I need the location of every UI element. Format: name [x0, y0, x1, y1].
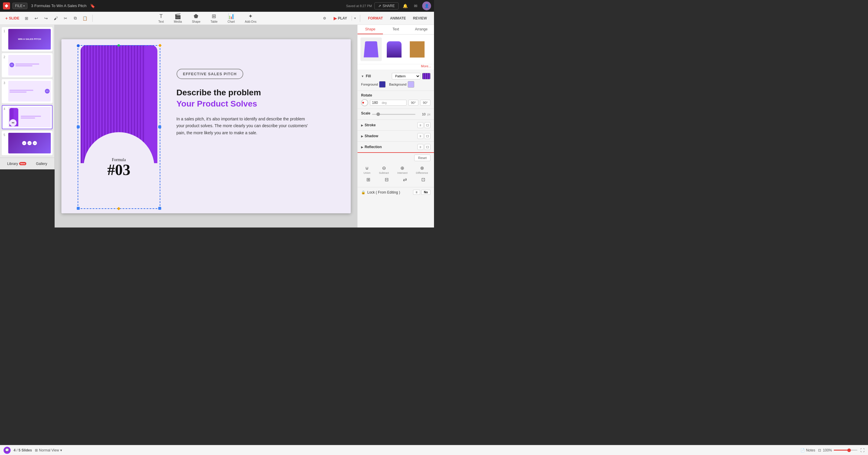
- more-link[interactable]: More...: [358, 64, 434, 70]
- gallery-button[interactable]: Gallery: [36, 162, 47, 166]
- shape-preview-1[interactable]: [361, 37, 382, 61]
- addons-tool[interactable]: ✦ Add-Ons: [242, 12, 259, 24]
- reflection-toggle[interactable]: □: [425, 144, 430, 150]
- chart-tool[interactable]: 📊 Chart: [225, 12, 237, 24]
- stroke-toggle[interactable]: □: [425, 122, 430, 128]
- undo-icon[interactable]: ↩: [32, 14, 41, 23]
- thumb3-line1: [9, 90, 33, 91]
- lock-toggle: ⏸ No: [413, 190, 430, 195]
- expand-button[interactable]: ⊡: [421, 177, 425, 182]
- media-tool[interactable]: 🎬 Media: [172, 12, 184, 24]
- addons-label: Add-Ons: [245, 20, 256, 23]
- slide-button[interactable]: + SLIDE: [4, 15, 21, 22]
- play-chevron-icon[interactable]: ▾: [354, 17, 356, 20]
- fill-type-select[interactable]: Pattern: [392, 73, 421, 79]
- stroke-chevron[interactable]: ▶: [361, 124, 364, 127]
- union-icon: ⊍: [365, 165, 369, 171]
- chart-icon: 📊: [228, 13, 235, 20]
- scale-thumb[interactable]: [376, 112, 380, 116]
- copy-icon[interactable]: ⧉: [71, 14, 80, 23]
- shape-preview-3[interactable]: [407, 37, 428, 61]
- ungroup-button[interactable]: ⊟: [385, 177, 389, 182]
- rotate-dial[interactable]: [361, 99, 368, 106]
- slide-panel: 1 WIN A SALES PITCH 2 #01: [0, 25, 55, 158]
- intersect-label: Intersect: [397, 171, 408, 174]
- format-divider: [360, 15, 360, 22]
- shape-tool[interactable]: ⬟ Shape: [190, 12, 203, 24]
- lock-no-btn[interactable]: No: [421, 190, 430, 195]
- rotate-90-ccw[interactable]: 90°: [408, 100, 418, 106]
- flip-button[interactable]: ⇄: [403, 177, 407, 182]
- slide-thumb-3[interactable]: 3 #02: [2, 79, 53, 103]
- slide-thumb-4[interactable]: 4 #03: [2, 105, 53, 129]
- thumb2-line1: [16, 63, 39, 65]
- paintbrush-icon[interactable]: 🖌: [51, 14, 60, 23]
- thumb5-c3: #03: [33, 141, 37, 145]
- group-button[interactable]: ⊞: [366, 177, 370, 182]
- lock-row: 🔒 Lock ( From Editing ) ⏸ No: [358, 187, 434, 197]
- tab-text[interactable]: Text: [383, 25, 408, 34]
- shape-preview-2[interactable]: [383, 37, 405, 61]
- toolbar: + SLIDE ⊞ ↩ ↪ 🖌 ✂ ⧉ 📋 T Text 🎬 Media ⬟ S…: [0, 12, 434, 25]
- difference-button[interactable]: ⊗ Difference: [416, 165, 428, 174]
- gear-icon[interactable]: ⚙: [321, 14, 329, 23]
- subtract-button[interactable]: ⊖ Subtract: [379, 165, 389, 174]
- table-tool[interactable]: ⊞ Table: [208, 12, 220, 24]
- shape-container[interactable]: Formula #03: [78, 45, 160, 209]
- union-button[interactable]: ⊍ Union: [364, 165, 371, 174]
- slide-body-text: In a sales pitch, it's also important to…: [177, 116, 312, 137]
- thumb3-line2: [9, 92, 27, 93]
- thumb5-c1: #01: [22, 141, 26, 145]
- slide-canvas[interactable]: Formula #03 EFFECTIVE SALES PITCH Descri…: [61, 39, 351, 213]
- effective-badge: EFFECTIVE SALES PITCH: [177, 69, 243, 79]
- scale-slider[interactable]: [372, 114, 415, 115]
- fill-pattern-icon[interactable]: [422, 73, 430, 79]
- shadow-toggle[interactable]: □: [425, 133, 430, 139]
- avatar[interactable]: 👤: [422, 1, 431, 10]
- stripe: [87, 45, 88, 163]
- layout-icon[interactable]: ⊞: [22, 14, 31, 23]
- file-button[interactable]: FILE ▾: [12, 3, 27, 9]
- library-button[interactable]: Library New: [7, 162, 26, 166]
- slide-thumb-1[interactable]: 1 WIN A SALES PITCH: [2, 27, 53, 51]
- top-bar: FILE ▾ 3 Formulas To Win A Sales Pitch 🔖…: [0, 0, 434, 12]
- thumb2-circle: #01: [9, 63, 14, 67]
- shadow-toggle-icon[interactable]: ⏸: [417, 133, 423, 139]
- foreground-swatch[interactable]: [379, 81, 385, 88]
- tab-animate[interactable]: ANIMATE: [386, 15, 409, 22]
- tab-arrange[interactable]: Arrange: [409, 25, 434, 34]
- right-panel: Shape Text Arrange More... ▼ Fill Patter…: [357, 25, 434, 228]
- intersect-button[interactable]: ⊕ Intersect: [397, 165, 408, 174]
- tab-shape[interactable]: Shape: [358, 25, 383, 34]
- cut-icon[interactable]: ✂: [61, 14, 70, 23]
- shape-previews: [358, 35, 434, 64]
- lock-pause-btn[interactable]: ⏸: [413, 190, 420, 195]
- difference-icon: ⊗: [420, 165, 424, 171]
- slide-thumb-2[interactable]: 2 #01: [2, 53, 53, 77]
- subtract-icon: ⊖: [382, 165, 386, 171]
- mail-icon[interactable]: ✉: [411, 2, 420, 10]
- reflection-chevron[interactable]: ▶: [361, 145, 364, 149]
- tab-review[interactable]: REVIEW: [409, 15, 430, 22]
- background-swatch[interactable]: [408, 81, 414, 88]
- redo-icon[interactable]: ↪: [42, 14, 51, 23]
- slide-num-1: 1: [4, 30, 6, 33]
- fill-arrow[interactable]: ▼: [361, 75, 364, 78]
- text-tool[interactable]: T Text: [156, 12, 166, 24]
- slide-thumb-5[interactable]: 5 #01 #02 #03: [2, 131, 53, 155]
- rotate-value[interactable]: 180: [372, 101, 381, 105]
- text-icon: T: [159, 13, 163, 20]
- paste-icon[interactable]: 📋: [81, 14, 89, 23]
- center-tools: T Text 🎬 Media ⬟ Shape ⊞ Table 📊 Chart ✦…: [96, 12, 319, 24]
- rotate-header: Rotate: [361, 93, 430, 97]
- stroke-toggle-icon[interactable]: ⏸: [417, 122, 423, 128]
- reflection-toggle-icon[interactable]: ⏸: [417, 144, 423, 150]
- shadow-chevron[interactable]: ▶: [361, 135, 364, 138]
- share-button[interactable]: ⇗ SHARE: [374, 2, 399, 9]
- notifications-icon[interactable]: 🔔: [401, 2, 409, 10]
- rotate-90-cw[interactable]: 90°: [420, 100, 430, 106]
- reset-button[interactable]: Reset: [414, 155, 430, 161]
- document-title: 3 Formulas To Win A Sales Pitch: [31, 4, 87, 8]
- tab-format[interactable]: FORMAT: [364, 15, 386, 22]
- play-button[interactable]: ▶ PLAY: [331, 15, 349, 22]
